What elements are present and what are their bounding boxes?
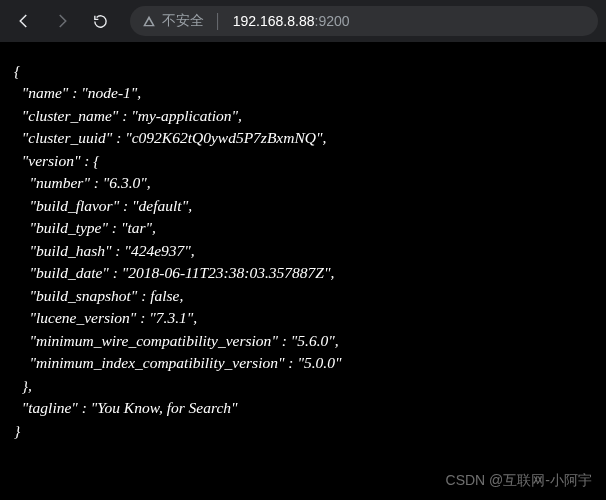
json-version-number: 6.3.0	[109, 174, 140, 191]
json-build-date: 2018-06-11T23:38:03.357887Z	[128, 264, 324, 281]
address-bar[interactable]: 不安全 │ 192.168.8.88:9200	[130, 6, 598, 36]
warning-triangle-icon	[142, 14, 156, 28]
json-cluster-uuid: c092K62tQ0ywd5P7zBxmNQ	[132, 129, 316, 146]
json-min-wire: 5.6.0	[297, 332, 328, 349]
url-port: :9200	[315, 13, 350, 29]
browser-toolbar: 不安全 │ 192.168.8.88:9200	[0, 0, 606, 42]
json-build-flavor: default	[139, 197, 182, 214]
json-lucene-version: 7.3.1	[156, 309, 187, 326]
json-name: node-1	[88, 84, 131, 101]
watermark-text: CSDN @互联网-小阿宇	[446, 472, 592, 490]
address-divider: │	[214, 13, 223, 29]
json-build-snapshot: false	[150, 287, 179, 304]
back-button[interactable]	[8, 5, 40, 37]
reload-button[interactable]	[84, 5, 116, 37]
response-body: { "name" : "node-1", "cluster_name" : "m…	[0, 42, 606, 460]
arrow-left-icon	[15, 12, 33, 30]
json-tagline: You Know, for Search	[97, 399, 231, 416]
json-build-hash: 424e937	[131, 242, 184, 259]
reload-icon	[92, 13, 109, 30]
url-display: 192.168.8.88:9200	[233, 13, 350, 29]
insecure-badge: 不安全	[142, 12, 204, 30]
forward-button[interactable]	[46, 5, 78, 37]
json-min-index: 5.0.0	[304, 354, 335, 371]
arrow-right-icon	[53, 12, 71, 30]
url-host: 192.168.8.88	[233, 13, 315, 29]
json-cluster-name: my-application	[138, 107, 232, 124]
json-build-type: tar	[127, 219, 145, 236]
insecure-label: 不安全	[162, 12, 204, 30]
